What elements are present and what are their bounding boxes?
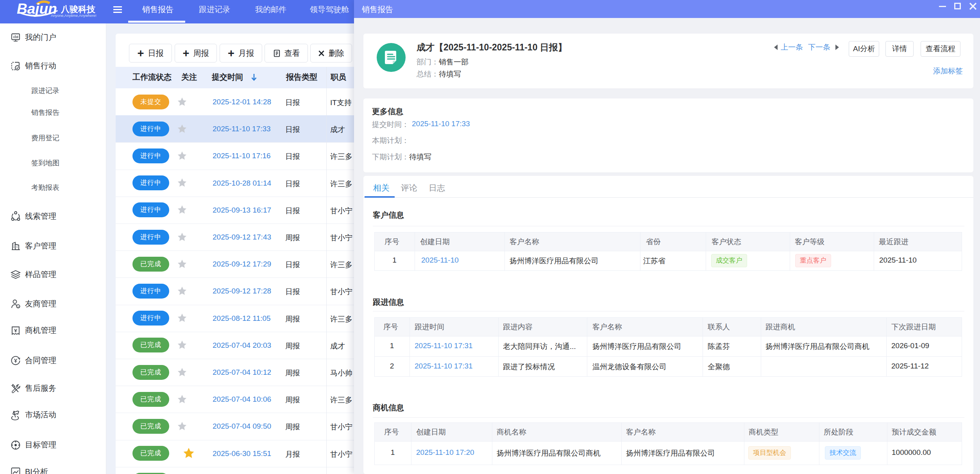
svg-text:vs: vs xyxy=(17,306,20,308)
